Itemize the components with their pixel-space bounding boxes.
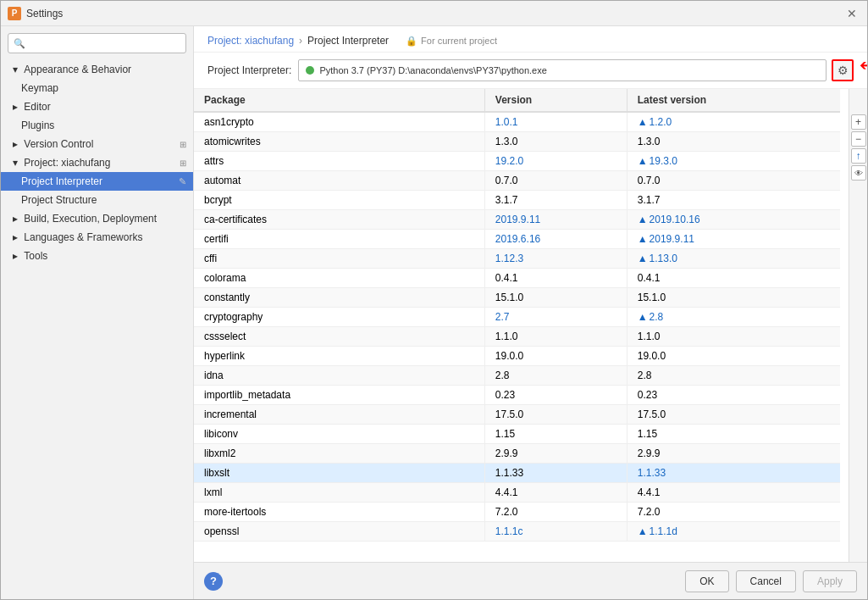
table-row[interactable]: more-itertools7.2.07.2.0 [194, 503, 840, 522]
cell-latest: ▲1.13.0 [627, 249, 840, 269]
eye-button[interactable]: 👁 [851, 165, 866, 181]
lock-icon: 🔒 [406, 36, 417, 47]
sidebar-item-build[interactable]: ▸ Build, Execution, Deployment [1, 209, 193, 228]
gear-icon: ⚙ [838, 64, 849, 77]
cell-package: libxslt [194, 464, 484, 483]
table-row[interactable]: ca-certificates2019.9.11▲2019.10.16 [194, 210, 840, 230]
add-package-button[interactable]: + [851, 114, 866, 130]
cell-latest: ▲1.2.0 [627, 112, 840, 132]
cell-version: 1.1.0 [484, 327, 627, 347]
cell-package: certifi [194, 230, 484, 249]
table-row[interactable]: automat0.7.00.7.0 [194, 171, 840, 191]
interpreter-gear-button[interactable]: ⚙ [832, 59, 854, 81]
table-row[interactable]: libxml22.9.92.9.9 [194, 444, 840, 464]
sidebar-item-plugins[interactable]: Plugins [1, 116, 193, 135]
cell-package: hyperlink [194, 347, 484, 366]
title-bar: P Settings ✕ [1, 1, 867, 26]
sidebar-item-keymap[interactable]: Keymap [1, 79, 193, 97]
table-row[interactable]: idna2.82.8 [194, 366, 840, 386]
bottom-left: ? [204, 572, 678, 591]
interpreter-select[interactable]: Python 3.7 (PY37) D:\anaconda\envs\PY37\… [298, 59, 827, 81]
table-actions: + − ↑ 👁 [849, 89, 867, 562]
table-row[interactable]: certifi2019.6.16▲2019.9.11 [194, 230, 840, 249]
sidebar-item-appearance[interactable]: ▾ Appearance & Behavior [1, 60, 193, 79]
project-icon: ⊞ [180, 158, 186, 168]
cell-package: cssselect [194, 327, 484, 347]
table-scroll[interactable]: Package Version Latest version asn1crypt… [194, 89, 867, 562]
cell-latest: ▲19.3.0 [627, 152, 840, 171]
table-row[interactable]: cssselect1.1.01.1.0 [194, 327, 840, 347]
remove-package-button[interactable]: − [851, 131, 866, 147]
table-row[interactable]: libiconv1.151.15 [194, 425, 840, 444]
table-row[interactable]: hyperlink19.0.019.0.0 [194, 347, 840, 366]
table-row[interactable]: cffi1.12.3▲1.13.0 [194, 249, 840, 269]
cell-version: 1.3.0 [484, 132, 627, 152]
interpreter-label: Project Interpreter: [207, 64, 291, 76]
breadcrumb-arrow: › [299, 35, 302, 47]
interpreter-bar: Project Interpreter: Python 3.7 (PY37) D… [194, 53, 867, 89]
sidebar-item-version-control[interactable]: ▸ Version Control ⊞ [1, 135, 193, 153]
edit-icon: ✎ [179, 176, 186, 187]
breadcrumb: Project: xiachufang › Project Interprete… [194, 26, 867, 53]
cell-latest: 1.15 [627, 425, 840, 444]
table-row[interactable]: openssl1.1.1c▲1.1.1d [194, 522, 840, 542]
cell-package: more-itertools [194, 503, 484, 522]
table-row[interactable]: bcrypt3.1.73.1.7 [194, 191, 840, 210]
cell-latest: 1.1.33 [627, 464, 840, 483]
cell-version: 15.1.0 [484, 288, 627, 308]
arrow-icon: ▸ [13, 213, 21, 225]
cell-latest: 4.4.1 [627, 483, 840, 503]
table-row[interactable]: colorama0.4.10.4.1 [194, 269, 840, 288]
table-row[interactable]: constantly15.1.015.1.0 [194, 288, 840, 308]
table-row[interactable]: importlib_metadata0.230.23 [194, 386, 840, 405]
table-row[interactable]: asn1crypto1.0.1▲1.2.0 [194, 112, 840, 132]
cell-package: asn1crypto [194, 112, 484, 132]
sidebar-item-project-structure[interactable]: Project Structure [1, 191, 193, 209]
cell-latest: 2.9.9 [627, 444, 840, 464]
cell-version: 0.4.1 [484, 269, 627, 288]
sidebar-item-languages[interactable]: ▸ Languages & Frameworks [1, 228, 193, 247]
gear-wrapper: ⚙ ➔ [827, 59, 854, 81]
cell-latest: 1.1.0 [627, 327, 840, 347]
apply-button[interactable]: Apply [803, 570, 857, 592]
vcs-icon: ⊞ [180, 140, 186, 149]
cell-latest: 2.8 [627, 366, 840, 386]
breadcrumb-note: 🔒 For current project [406, 36, 497, 47]
cell-latest: 19.0.0 [627, 347, 840, 366]
arrow-icon: ▸ [13, 231, 21, 243]
sidebar-item-editor[interactable]: ▸ Editor [1, 97, 193, 116]
cell-package: colorama [194, 269, 484, 288]
sidebar-item-project[interactable]: ▾ Project: xiachufang ⊞ [1, 153, 193, 172]
table-row[interactable]: atomicwrites1.3.01.3.0 [194, 132, 840, 152]
breadcrumb-project[interactable]: Project: xiachufang [207, 35, 294, 47]
table-row[interactable]: cryptography2.7▲2.8 [194, 308, 840, 327]
cell-package: libiconv [194, 425, 484, 444]
sidebar-item-tools[interactable]: ▸ Tools [1, 247, 193, 265]
table-row[interactable]: lxml4.4.14.4.1 [194, 483, 840, 503]
interpreter-select-wrapper: Python 3.7 (PY37) D:\anaconda\envs\PY37\… [298, 59, 827, 81]
main-content: ▾ Appearance & Behavior Keymap ▸ Editor … [1, 26, 867, 599]
upgrade-package-button[interactable]: ↑ [851, 148, 866, 164]
cell-package: importlib_metadata [194, 386, 484, 405]
ok-button[interactable]: OK [685, 570, 728, 592]
cell-latest: ▲2019.10.16 [627, 210, 840, 230]
close-button[interactable]: ✕ [843, 5, 860, 22]
table-row[interactable]: libxslt1.1.331.1.33 [194, 464, 840, 483]
table-container: Package Version Latest version asn1crypt… [194, 89, 867, 562]
cell-latest: ▲2019.9.11 [627, 230, 840, 249]
cell-latest: 7.2.0 [627, 503, 840, 522]
cell-version: 17.5.0 [484, 405, 627, 425]
arrow-icon: ▸ [13, 138, 21, 150]
cell-latest: 15.1.0 [627, 288, 840, 308]
cell-version: 19.0.0 [484, 347, 627, 366]
sidebar-item-project-interpreter[interactable]: Project Interpreter ✎ ➔ [1, 172, 193, 191]
arrow-icon: ▾ [13, 157, 21, 169]
table-row[interactable]: incremental17.5.017.5.0 [194, 405, 840, 425]
cancel-button[interactable]: Cancel [736, 570, 796, 592]
search-input[interactable] [8, 33, 186, 53]
cell-latest: 3.1.7 [627, 191, 840, 210]
cell-version: 4.4.1 [484, 483, 627, 503]
cell-package: cryptography [194, 308, 484, 327]
help-button[interactable]: ? [204, 572, 223, 591]
table-row[interactable]: attrs19.2.0▲19.3.0 [194, 152, 840, 171]
